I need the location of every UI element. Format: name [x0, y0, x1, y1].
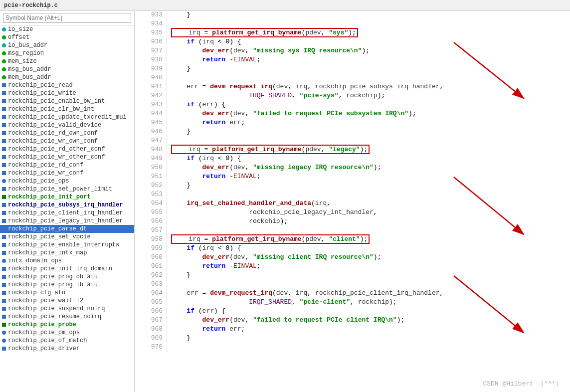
sidebar-item-rockchip_pcie_wr_other_conf[interactable]: rockchip_pcie_wr_other_conf	[0, 153, 134, 161]
sidebar-item-label: rockchip_cfg_atu	[8, 289, 65, 296]
square-icon	[2, 211, 6, 215]
sidebar-item-rockchip_pcie_pm_ops[interactable]: rockchip_pcie_pm_ops	[0, 329, 134, 337]
sidebar-item-rockchip_pcie_probe[interactable]: rockchip_pcie_probe	[0, 321, 134, 329]
code-content: dev_err(dev, "missing client IRQ resourc…	[167, 253, 570, 262]
square-icon	[2, 91, 6, 95]
sidebar-item-rockchip_pcie_parse_dt[interactable]: rockchip_pcie_parse_dt	[0, 225, 134, 233]
code-content: if (err) {	[167, 307, 570, 316]
table-row: 958 irq = platform_get_irq_byname(pdev, …	[135, 235, 570, 244]
code-content	[167, 74, 570, 83]
square-icon	[2, 171, 6, 175]
dot-icon	[2, 259, 6, 263]
code-content: err = devm_request_irq(dev, irq, rockchi…	[167, 83, 570, 92]
sidebar-item-rockchip_pcie_legacy_int_handler[interactable]: rockchip_pcie_legacy_int_handler	[0, 217, 134, 225]
code-content: irq_set_chained_handler_and_data(irq,	[167, 199, 570, 208]
sidebar-item-rockchip_pcie_init_irq_domain[interactable]: rockchip_pcie_init_irq_domain	[0, 265, 134, 273]
sidebar-item-rockchip_pcie_enable_interrupts[interactable]: rockchip_pcie_enable_interrupts	[0, 241, 134, 249]
table-row: 964 err = devm_request_irq(dev, irq, roc…	[135, 289, 570, 298]
table-row: 961 return -EINVAL;	[135, 262, 570, 271]
sidebar-item-label: io_bus_addr	[8, 42, 47, 49]
sidebar-item-rockchip_pcie_clr_bw_int[interactable]: rockchip_pcie_clr_bw_int	[0, 105, 134, 113]
sidebar-item-rockchip_pcie_enable_bw_int[interactable]: rockchip_pcie_enable_bw_int	[0, 97, 134, 105]
line-number: 963	[135, 280, 167, 289]
sidebar-item-rockchip_pcie_of_match[interactable]: rockchip_pcie_of_match	[0, 337, 134, 345]
square-icon	[2, 187, 6, 191]
square-icon	[2, 243, 6, 247]
sidebar-item-rockchip_pcie_suspend_noirq[interactable]: rockchip_pcie_suspend_noirq	[0, 305, 134, 313]
sidebar-search-container[interactable]	[0, 11, 134, 25]
square-icon	[2, 139, 6, 143]
sidebar-item-rockchip_pcie_wait_l2[interactable]: rockchip_pcie_wait_l2	[0, 297, 134, 305]
sidebar-item-rockchip_pcie_prog_ob_atu[interactable]: rockchip_pcie_prog_ob_atu	[0, 273, 134, 281]
sidebar-item-offset[interactable]: offset	[0, 33, 134, 41]
sidebar-item-msg_bus_addr[interactable]: msg_bus_addr	[0, 65, 134, 73]
line-number: 957	[135, 226, 167, 235]
table-row: 969 }	[135, 334, 570, 343]
sidebar-item-rockchip_pcie_wr_own_conf[interactable]: rockchip_pcie_wr_own_conf	[0, 137, 134, 145]
code-area[interactable]: 933 }934 935 irq = platform_get_irq_byna…	[135, 11, 570, 392]
line-number: 958	[135, 235, 167, 244]
code-content: }	[167, 11, 570, 20]
sidebar-item-rockchip_pcie_write[interactable]: rockchip_pcie_write	[0, 89, 134, 97]
code-content	[167, 343, 570, 352]
line-number: 956	[135, 217, 167, 226]
square-icon	[2, 315, 6, 319]
sidebar-item-rockchip_pcie_init_port[interactable]: rockchip_pcie_init_port	[0, 193, 134, 201]
square-icon	[2, 147, 6, 151]
table-row: 962 }	[135, 271, 570, 280]
sidebar-item-label: rockchip_pcie_init_port	[8, 194, 91, 200]
dot-icon	[2, 59, 6, 63]
sidebar-item-msg_region[interactable]: msg_region	[0, 49, 134, 57]
square-icon	[2, 323, 6, 327]
square-icon	[2, 251, 6, 255]
sidebar-item-intx_domain_ops[interactable]: intx_domain_ops	[0, 257, 134, 265]
sidebar-item-rockchip_pcie_intx_map[interactable]: rockchip_pcie_intx_map	[0, 249, 134, 257]
table-row: 963	[135, 280, 570, 289]
sidebar-item-label: rockchip_pcie_legacy_int_handler	[8, 217, 123, 224]
sidebar-item-rockchip_pcie_prog_ib_atu[interactable]: rockchip_pcie_prog_ib_atu	[0, 281, 134, 289]
table-row: 950 dev_err(dev, "missing legacy IRQ res…	[135, 164, 570, 173]
code-content: }	[167, 271, 570, 280]
table-row: 939 }	[135, 65, 570, 74]
sidebar-item-label: rockchip_pcie_enable_bw_int	[8, 98, 105, 105]
sidebar-item-rockchip_cfg_atu[interactable]: rockchip_cfg_atu	[0, 289, 134, 297]
sidebar-item-rockchip_pcie_set_power_limit[interactable]: rockchip_pcie_set_power_limit	[0, 185, 134, 193]
sidebar-item-label: rockchip_pcie_prog_ob_atu	[8, 273, 98, 280]
sidebar-search-input[interactable]	[3, 13, 131, 23]
sidebar-item-rockchip_pcie_driver[interactable]: rockchip_pcie_driver	[0, 345, 134, 353]
sidebar-item-label: rockchip_pcie_set_power_limit	[8, 186, 112, 193]
sidebar-item-rockchip_pcie_valid_device[interactable]: rockchip_pcie_valid_device	[0, 121, 134, 129]
sidebar-item-io_bus_addr[interactable]: io_bus_addr	[0, 41, 134, 49]
sidebar-item-rockchip_pcie_subsys_irq_handler[interactable]: rockchip_pcie_subsys_irq_handler	[0, 201, 134, 209]
code-content: }	[167, 65, 570, 74]
sidebar-item-io_size[interactable]: io_size	[0, 25, 134, 33]
line-number: 961	[135, 262, 167, 271]
sidebar-item-rockchip_pcie_rd_own_conf[interactable]: rockchip_pcie_rd_own_conf	[0, 129, 134, 137]
line-number: 938	[135, 56, 167, 65]
sidebar-item-rockchip_pcie_wr_conf[interactable]: rockchip_pcie_wr_conf	[0, 169, 134, 177]
square-icon	[2, 99, 6, 103]
sidebar-item-mem_bus_addr[interactable]: mem_bus_addr	[0, 73, 134, 81]
sidebar-item-label: rockchip_pcie_driver	[8, 345, 80, 352]
sidebar-item-label: rockchip_pcie_read	[8, 82, 73, 89]
table-row: 933 }	[135, 11, 570, 20]
sidebar-item-rockchip_pcie_read[interactable]: rockchip_pcie_read	[0, 81, 134, 89]
code-content: return err;	[167, 119, 570, 128]
sidebar-item-rockchip_pcie_rd_conf[interactable]: rockchip_pcie_rd_conf	[0, 161, 134, 169]
sidebar-item-rockchip_pcie_resume_noirq[interactable]: rockchip_pcie_resume_noirq	[0, 313, 134, 321]
sidebar-list[interactable]: io_sizeoffsetio_bus_addrmsg_regionmem_si…	[0, 25, 134, 392]
sidebar-item-rockchip_pcie_set_vpcie[interactable]: rockchip_pcie_set_vpcie	[0, 233, 134, 241]
table-row: 965 IRQF_SHARED, "pcie-client", rockchip…	[135, 298, 570, 307]
sidebar-item-rockchip_pcie_update_txcredit_mui[interactable]: rockchip_pcie_update_txcredit_mui	[0, 113, 134, 121]
sidebar-item-label: rockchip_pcie_resume_noirq	[8, 313, 101, 320]
sidebar-item-mem_size[interactable]: mem_size	[0, 57, 134, 65]
sidebar-item-rockchip_pcie_rd_other_conf[interactable]: rockchip_pcie_rd_other_conf	[0, 145, 134, 153]
sidebar-item-label: io_size	[8, 26, 33, 33]
sidebar-item-rockchip_pcie_client_irq_handler[interactable]: rockchip_pcie_client_irq_handler	[0, 209, 134, 217]
sidebar-item-label: rockchip_pcie_update_txcredit_mui	[8, 114, 127, 121]
sidebar-item-rockchip_pcie_ops[interactable]: rockchip_pcie_ops	[0, 177, 134, 185]
sidebar-item-label: rockchip_pcie_rd_own_conf	[8, 130, 98, 137]
dot-icon	[2, 51, 6, 55]
code-content: }	[167, 334, 570, 343]
square-icon	[2, 163, 6, 167]
